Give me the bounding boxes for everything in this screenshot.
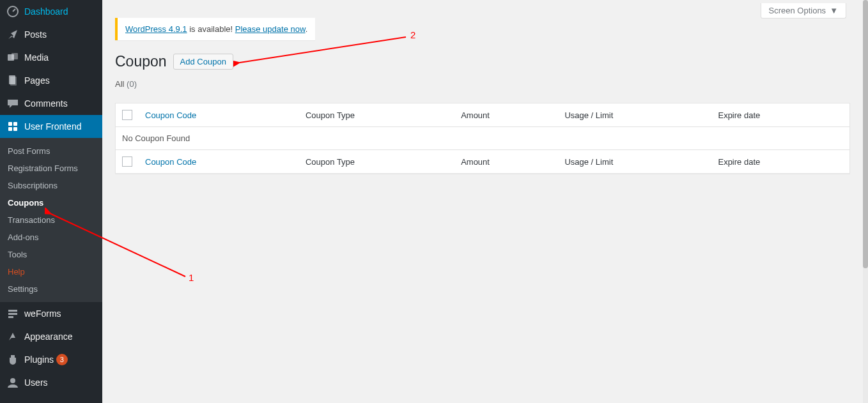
menu-appearance-label: Appearance xyxy=(24,331,73,342)
select-all-checkbox-bottom[interactable] xyxy=(122,156,132,167)
svg-rect-9 xyxy=(8,310,17,312)
menu-users-label: Users xyxy=(24,377,48,388)
menu-plugins-label: Plugins xyxy=(24,354,54,365)
menu-comments[interactable]: Comments xyxy=(0,92,102,115)
notice-update-link[interactable]: Please update now xyxy=(235,24,306,34)
filter-all[interactable]: All xyxy=(115,79,124,89)
submenu-transactions[interactable]: Transactions xyxy=(0,211,102,229)
submenu-addons[interactable]: Add-ons xyxy=(0,229,102,246)
page-heading-row: Coupon Add Coupon xyxy=(115,53,850,70)
dashboard-icon xyxy=(6,5,19,18)
menu-pages-label: Pages xyxy=(24,75,50,86)
screen-options-toggle[interactable]: Screen Options ▼ xyxy=(761,3,846,19)
page-title: Coupon xyxy=(115,53,167,70)
tf-select-all xyxy=(116,150,139,174)
users-icon xyxy=(6,376,19,389)
main-content: Screen Options ▼ WordPress 4.9.1 is avai… xyxy=(102,0,863,403)
notice-mid-text: is available! xyxy=(187,24,235,34)
tf-amount: Amount xyxy=(454,150,558,174)
tf-coupon-code[interactable]: Coupon Code xyxy=(139,150,299,174)
scrollbar-thumb[interactable] xyxy=(863,0,868,268)
filter-all-count: (0) xyxy=(127,79,137,89)
tf-usage-limit: Usage / Limit xyxy=(558,150,711,174)
tf-coupon-type: Coupon Type xyxy=(299,150,454,174)
menu-appearance[interactable]: Appearance xyxy=(0,325,102,348)
weforms-icon xyxy=(6,307,19,320)
chevron-down-icon: ▼ xyxy=(830,6,838,15)
svg-rect-11 xyxy=(8,316,13,318)
th-expire-date: Expire date xyxy=(711,103,849,127)
svg-rect-2 xyxy=(12,53,18,59)
pin-icon xyxy=(6,28,19,41)
svg-rect-5 xyxy=(8,122,12,126)
filter-links: All (0) xyxy=(115,79,850,89)
menu-user-frontend-label: User Frontend xyxy=(24,121,81,132)
media-icon xyxy=(6,51,19,64)
svg-rect-8 xyxy=(13,127,17,131)
menu-dashboard[interactable]: Dashboard xyxy=(0,0,102,23)
th-coupon-code[interactable]: Coupon Code xyxy=(139,103,299,127)
th-select-all xyxy=(116,103,139,127)
submenu-coupons[interactable]: Coupons xyxy=(0,194,102,211)
no-coupon-found: No Coupon Found xyxy=(116,127,850,150)
submenu-post-forms[interactable]: Post Forms xyxy=(0,142,102,160)
menu-weforms-label: weForms xyxy=(24,308,61,319)
submenu-subscriptions[interactable]: Subscriptions xyxy=(0,177,102,194)
notice-tail: . xyxy=(306,24,308,34)
submenu-user-frontend: Post Forms Registration Forms Subscripti… xyxy=(0,138,102,302)
select-all-checkbox-top[interactable] xyxy=(122,110,132,120)
svg-rect-7 xyxy=(8,127,12,131)
svg-point-12 xyxy=(10,378,15,383)
menu-posts[interactable]: Posts xyxy=(0,23,102,46)
plugins-update-badge: 3 xyxy=(56,354,68,365)
svg-rect-6 xyxy=(13,122,17,126)
menu-dashboard-label: Dashboard xyxy=(24,6,68,17)
add-coupon-button[interactable]: Add Coupon xyxy=(173,54,233,70)
menu-weforms[interactable]: weForms xyxy=(0,302,102,325)
annotation-label-1: 1 xyxy=(189,272,194,283)
svg-rect-10 xyxy=(8,313,17,315)
menu-user-frontend[interactable]: User Frontend xyxy=(0,115,102,138)
submenu-settings[interactable]: Settings xyxy=(0,280,102,298)
th-amount: Amount xyxy=(454,103,558,127)
menu-posts-label: Posts xyxy=(24,29,47,40)
notice-version-link[interactable]: WordPress 4.9.1 xyxy=(125,24,187,34)
tf-expire-date: Expire date xyxy=(711,150,849,174)
menu-plugins[interactable]: Plugins 3 xyxy=(0,348,102,371)
page-scrollbar[interactable] xyxy=(863,0,868,403)
menu-media[interactable]: Media xyxy=(0,46,102,69)
menu-pages[interactable]: Pages xyxy=(0,69,102,92)
th-coupon-type: Coupon Type xyxy=(299,103,454,127)
svg-rect-4 xyxy=(10,77,17,86)
admin-sidebar: Dashboard Posts Media Pages Comments Use… xyxy=(0,0,102,403)
table-empty-row: No Coupon Found xyxy=(116,127,850,150)
comments-icon xyxy=(6,97,19,110)
th-usage-limit: Usage / Limit xyxy=(558,103,711,127)
plugins-icon xyxy=(6,353,19,366)
menu-comments-label: Comments xyxy=(24,98,68,109)
pages-icon xyxy=(6,74,19,87)
coupon-table: Coupon Code Coupon Type Amount Usage / L… xyxy=(115,103,850,174)
menu-media-label: Media xyxy=(24,52,49,63)
submenu-help[interactable]: Help xyxy=(0,263,102,280)
user-frontend-icon xyxy=(6,120,19,133)
annotation-label-2: 2 xyxy=(410,29,415,40)
screen-options-label: Screen Options xyxy=(769,6,826,15)
update-notice: WordPress 4.9.1 is available! Please upd… xyxy=(115,18,315,40)
submenu-tools[interactable]: Tools xyxy=(0,246,102,263)
submenu-registration-forms[interactable]: Registration Forms xyxy=(0,160,102,177)
appearance-icon xyxy=(6,330,19,343)
menu-users[interactable]: Users xyxy=(0,371,102,394)
